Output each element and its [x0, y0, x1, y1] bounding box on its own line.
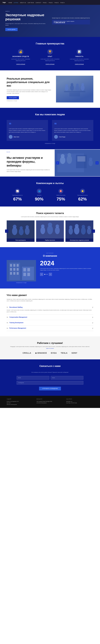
about-tag: История [7, 252, 93, 254]
hero-right: Sample large text. Lorem ipsum dolor sit… [52, 18, 90, 24]
svg-rect-47 [17, 264, 19, 267]
adv-item-experience: 🏆 Опыт Lorem ipsum dolor sit amet, conse… [38, 49, 62, 65]
partners-intro: Paragraph: Lorem ipsum dolor sit amet, c… [10, 346, 90, 349]
contact-form: Отправить Сообщение [7, 376, 93, 390]
faq-chevron-3: ∨ [92, 322, 93, 324]
svg-point-22 [13, 225, 16, 228]
about-img-box [7, 260, 36, 282]
drives-intro: Sample text. Click to add lorem ipsum do… [7, 298, 93, 302]
nav-page2[interactable]: Page 2 [49, 2, 53, 3]
find-subtitle: Lorem ipsum dolor sit amet, consectetur … [10, 216, 90, 218]
find-talent-section: Поиск нужного таланта Lorem ipsum dolor … [0, 206, 100, 247]
adv-experience-link[interactable]: Узнать Больше [45, 64, 54, 65]
faq-header-1[interactable]: 01. Recruitment Staffing ∨ [7, 306, 93, 308]
how-note: Изображение от Google [7, 143, 93, 144]
nav-team[interactable]: Our team [28, 2, 34, 3]
hero-button[interactable]: Читать Далее [5, 28, 18, 31]
footer-title-sydney: Сидней [7, 398, 34, 400]
name-field[interactable] [51, 376, 83, 380]
test-text-1: Lorem ipsum dolor sit amet, consectetur … [9, 128, 46, 133]
about-section: История О компании [0, 247, 100, 288]
tc-label-3: Инновационные кадровые решения [67, 240, 92, 241]
nav-page1[interactable]: Page 1 [43, 2, 47, 3]
svg-point-5 [76, 84, 79, 86]
hero-phone-label: Звоните 24 часа в сутки, 7 дней в неделю [54, 21, 88, 22]
faq-item-2: 02. Compensation Management ∨ [7, 314, 93, 320]
about-illustration [7, 260, 36, 282]
contact-section: Связаться с нами Есть вопросы или хотите… [0, 360, 100, 396]
nav-page3[interactable]: Page 3 [55, 2, 59, 3]
svg-point-29 [41, 224, 44, 228]
svg-rect-51 [10, 272, 12, 275]
comp-icon-1: 📈 [15, 189, 20, 194]
comp-value-4: 62% [78, 197, 87, 201]
nav-about[interactable]: About us [20, 2, 26, 3]
adv-experience-label: Опыт [38, 56, 62, 57]
rs-body: Consectetur adipiscing elit sed do eiusm… [7, 89, 52, 94]
faq-header-3[interactable]: 03. Training Development ∨ [7, 322, 93, 324]
nav-contact[interactable]: Contact [35, 2, 41, 3]
forum-next-button[interactable]: › [96, 161, 99, 164]
faq-item-1: 01. Recruitment Staffing ∨ Answer: Lorem… [7, 304, 93, 314]
nav-page4[interactable]: Page 4 [60, 2, 65, 3]
about-next-button[interactable]: › [49, 273, 52, 276]
comp-label-3: Набор Персонала [56, 194, 65, 196]
adv-flexibility-text: Lorem ipsum dolor sit amet, consectetur … [67, 58, 91, 62]
drives-title: Что нами движет [7, 294, 93, 297]
nav-listing[interactable]: Listing [14, 2, 18, 3]
talent-prev-button[interactable]: ‹ [5, 230, 8, 233]
svg-rect-8 [64, 91, 85, 92]
footer-col-sydney: Сидней 46 Питт Стр Таунсвилл 765 Апр 201… [7, 398, 34, 405]
svg-point-38 [75, 224, 79, 228]
comp-icon-2: 👥 [37, 189, 42, 194]
meeting-illustration [61, 80, 88, 98]
adv-experience-text: Lorem ipsum dolor sit amet, consectetur … [38, 58, 62, 62]
partner-logos: CROLLA ◆ BINANCE EVGA TESLA SONY [7, 352, 93, 354]
talent-card-3: Инновационные кадровые решения [66, 220, 93, 242]
submit-button[interactable]: Отправить Сообщение [39, 387, 61, 390]
logo[interactable]: logo [3, 2, 6, 3]
how-help-section: Как мы помогаем людям ❝ Lorem ipsum dolo… [0, 108, 100, 149]
footer-col-melbourne: Мельбурн 765 Головной Улице Мельбурн 456… [36, 398, 64, 405]
email-field[interactable] [17, 376, 49, 380]
experience-icon: 🏆 [47, 49, 53, 54]
form-row-2 [17, 381, 83, 384]
partner-sony: SONY [72, 352, 77, 354]
forums-section: blog Мы активно участвуем и проводим фор… [0, 149, 100, 176]
faq-num-2: 02. [7, 316, 8, 318]
adv-flexibility-link[interactable]: Узнать Больше [75, 64, 84, 65]
nav-home[interactable]: Home [8, 2, 12, 3]
svg-point-19 [89, 158, 92, 161]
faq-header-4[interactable]: 04. Performance Management ∨ [7, 327, 93, 329]
hero-phone-box: Звоните 24 часа в сутки, 7 дней в неделю… [52, 20, 90, 24]
svg-point-33 [56, 224, 59, 228]
partners-section: Работаем с лучшими! Paragraph: Lorem ips… [0, 336, 100, 360]
forum-prev-button[interactable]: ‹ [56, 161, 59, 164]
svg-rect-52 [13, 272, 15, 275]
partners-highlight[interactable]: одни из лучших [46, 348, 54, 349]
advantages-title: Главные преимущества [7, 42, 93, 45]
adv-economy-link[interactable]: Узнать Больше [16, 64, 25, 65]
about-prev-button[interactable]: ‹ [40, 273, 43, 276]
footer: Сидней 46 Питт Стр Таунсвилл 765 Апр 201… [0, 396, 100, 408]
rs-button[interactable]: Читать Далее [7, 96, 19, 99]
faq-header-2[interactable]: 02. Compensation Management ∨ [7, 316, 93, 318]
message-field[interactable] [17, 381, 83, 384]
faq-chevron-4: ∨ [92, 327, 93, 329]
about-image-block: Изображение от Google [7, 260, 36, 283]
svg-point-36 [69, 226, 72, 229]
rs-image [56, 76, 93, 102]
author-name-1: Иван Смит [14, 136, 19, 138]
comp-icon-3: 🎯 [58, 189, 63, 194]
about-right: 2024 Lorem ipsum dolor sit amet, consect… [40, 260, 93, 276]
about-nav: ‹ › [40, 273, 93, 276]
footer-address-sydney: 46 Питт Стр Таунсвилл 765 [7, 401, 34, 402]
hero-section: Sample Экспертные кадровые решения Sampl… [0, 5, 100, 37]
footer-date-sydney: Апр 2012 [7, 402, 34, 404]
footer-phone-sydney: 436-987-234 Австралия [7, 404, 34, 405]
faq-item-4: 04. Performance Management ∨ [7, 326, 93, 331]
hero-phone-number[interactable]: +7 (800) 000-00-00 [54, 22, 88, 24]
talent-next-button[interactable]: › [92, 230, 95, 233]
hero-title: Экспертные кадровые решения [5, 13, 48, 21]
svg-rect-50 [17, 268, 19, 271]
